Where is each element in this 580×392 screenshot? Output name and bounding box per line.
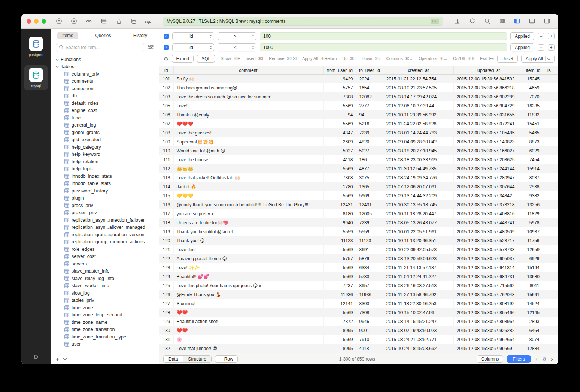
table-item-gtid_executed[interactable]: gtid_executed <box>56 136 159 144</box>
cell-from_user_id[interactable]: 5569 <box>323 245 356 254</box>
cell-created_at[interactable]: 2015-11-13 22:30:16.253 <box>383 299 453 308</box>
cell-created_at[interactable]: 2015-09-13 14:44:32.209 <box>383 191 453 200</box>
column-header-created_at[interactable]: created_at <box>383 66 453 75</box>
cell-from_user_id[interactable]: 9940 <box>323 218 356 227</box>
cell-created_at[interactable]: 2015-07-12 06:20:07.091 <box>383 182 453 191</box>
sidebar-left-icon[interactable] <box>511 16 523 26</box>
cell-to_user_id[interactable]: 11936 <box>356 290 383 299</box>
cell-from_user_id[interactable]: 12431 <box>323 200 356 209</box>
chart-icon[interactable] <box>451 16 463 26</box>
cell-to_user_id[interactable]: 12431 <box>356 200 383 209</box>
cell-created_at[interactable]: 2015-10-30 13:55:18.745 <box>383 200 453 209</box>
cell-created_at[interactable]: 2015-08-18 20:27:10.945 <box>383 146 453 155</box>
cell-to_user_id[interactable]: 5216 <box>356 119 383 128</box>
table-item-slow_log[interactable]: slow_log <box>56 289 159 297</box>
cell-item_id[interactable]: 6464 <box>524 326 543 335</box>
table-item-plugin[interactable]: plugin <box>56 195 159 202</box>
cell-created_at[interactable]: 2015-08-14 17:09:42.024 <box>383 92 453 101</box>
cell-comment[interactable]: Thank you beautiful @laurel <box>173 227 323 236</box>
cell-updated_at[interactable]: 2015-12-08 15:30:57.307644 <box>453 182 524 191</box>
cell-to_user_id[interactable]: 7239 <box>356 218 383 227</box>
table-item-innodb_index_stats[interactable]: innodb_index_stats <box>56 173 159 180</box>
filter-column-select[interactable]: id <box>172 43 214 51</box>
cell-comment[interactable]: Jacket 🔥 <box>173 182 323 191</box>
cell-item_id[interactable]: 6929 <box>524 254 543 263</box>
table-item-innodb_table_stats[interactable]: innodb_table_stats <box>56 180 159 188</box>
sql-icon[interactable]: SQL <box>143 16 155 26</box>
table-item-replication_group_member_actions[interactable]: replication_group_member_actions <box>56 238 159 246</box>
cell-is_[interactable] <box>543 335 558 344</box>
column-header-to_user_id[interactable]: to_user_id <box>356 66 383 75</box>
cell-is_[interactable] <box>543 101 558 110</box>
table-item-help_relation[interactable]: help_relation <box>56 158 159 165</box>
cell-created_at[interactable]: 2015-08-10 21:23:57.505 <box>383 83 453 92</box>
cell-is_[interactable] <box>543 263 558 272</box>
cell-comment[interactable]: Love that jacket! Outfit is fab 🙌🏻 <box>173 173 323 182</box>
cell-created_at[interactable]: 2015-08-24 21:08:52.771 <box>383 335 453 344</box>
cell-id[interactable]: 119 <box>159 227 173 236</box>
cell-id[interactable]: 102 <box>159 83 173 92</box>
cell-created_at[interactable]: 2015-10-22 09:42:05.573 <box>383 245 453 254</box>
cell-updated_at[interactable]: 2015-12-08 15:30:57.203625 <box>453 155 524 164</box>
cell-to_user_id[interactable]: 7239 <box>356 128 383 137</box>
cell-is_[interactable] <box>543 326 558 335</box>
cell-item_id[interactable]: 8037 <box>524 173 543 182</box>
cell-to_user_id[interactable]: 4118 <box>356 344 383 353</box>
cell-comment[interactable]: ❤️❤️❤️ <box>173 119 323 128</box>
cell-is_[interactable] <box>543 164 558 173</box>
cell-from_user_id[interactable]: 5569 <box>323 164 356 173</box>
cell-from_user_id[interactable]: 7308 <box>323 173 356 182</box>
cell-updated_at[interactable]: 2015-12-08 15:30:57.684731 <box>453 272 524 281</box>
table-item-time_zone[interactable]: time_zone <box>56 304 159 312</box>
cell-comment[interactable]: Love this photo! Your hair is gorgeous 😛… <box>173 281 323 290</box>
cell-to_user_id[interactable]: 5559 <box>356 227 383 236</box>
cell-id[interactable]: 131 <box>159 335 173 344</box>
cell-item_id[interactable]: 7070 <box>524 92 543 101</box>
cell-is_[interactable] <box>543 191 558 200</box>
filter-operator-select[interactable]: > <box>218 32 256 40</box>
table-item-help_category[interactable]: help_category <box>56 143 159 151</box>
cell-comment[interactable]: Thank u @emily <box>173 110 323 119</box>
cell-item_id[interactable]: 12884 <box>524 344 543 353</box>
add-filter-button[interactable]: + <box>548 33 555 39</box>
cell-comment[interactable]: Love! <box>173 101 323 110</box>
filter-applied-button[interactable]: Applied <box>510 32 534 40</box>
disconnect-icon[interactable] <box>68 16 80 26</box>
cell-to_user_id[interactable]: 186 <box>356 155 383 164</box>
cell-item_id[interactable]: 2893 <box>524 317 543 326</box>
cell-to_user_id[interactable]: 94 <box>356 110 383 119</box>
filter-value-input[interactable] <box>260 32 507 40</box>
cell-created_at[interactable]: 2015-09-04 09:28:30.842 <box>383 137 453 146</box>
cell-updated_at[interactable]: 2015-12-08 15:30:57.280947 <box>453 173 524 182</box>
cell-item_id[interactable]: 12659 <box>524 245 543 254</box>
table-item-columns_priv[interactable]: columns_priv <box>56 70 159 78</box>
table-item-time_zone_transition[interactable]: time_zone_transition <box>56 326 159 334</box>
cell-to_user_id[interactable]: 5969 <box>356 191 383 200</box>
cell-item_id[interactable]: 16285 <box>524 101 543 110</box>
cell-item_id[interactable]: 15451 <box>524 119 543 128</box>
cell-comment[interactable]: @Emily Thank you 💃 <box>173 290 323 299</box>
cell-from_user_id[interactable]: 4347 <box>323 128 356 137</box>
cell-comment[interactable]: Love the blouse! <box>173 155 323 164</box>
item-search-box[interactable] <box>56 43 144 52</box>
cell-id[interactable]: 130 <box>159 326 173 335</box>
unset-button[interactable]: Unset <box>497 55 518 63</box>
table-item-password_history[interactable]: password_history <box>56 187 159 195</box>
cell-to_user_id[interactable]: 5879 <box>356 254 383 263</box>
cell-item_id[interactable]: 11829 <box>524 209 543 218</box>
cell-comment[interactable]: 💛💛💛 <box>173 191 323 200</box>
cell-updated_at[interactable]: 2015-12-08 15:30:56.841592 <box>453 75 524 83</box>
table-item-component[interactable]: component <box>56 85 159 92</box>
cell-from_user_id[interactable]: 7372 <box>323 317 356 326</box>
cell-to_user_id[interactable]: 1654 <box>356 83 383 92</box>
cell-comment[interactable]: Love the glasses! <box>173 128 323 137</box>
cell-created_at[interactable]: 2015-11-30 12:54:49.735 <box>383 164 453 173</box>
column-header-is_[interactable]: is_ <box>543 66 558 75</box>
cell-id[interactable]: 128 <box>159 308 173 317</box>
search-input[interactable] <box>66 45 141 50</box>
cell-is_[interactable] <box>543 119 558 128</box>
cell-comment[interactable]: 👑👑👑 <box>173 164 323 173</box>
cell-updated_at[interactable]: 2015-12-08 15:30:57.166027 <box>453 146 524 155</box>
cell-is_[interactable] <box>543 281 558 290</box>
prev-page-button[interactable]: ‹ <box>534 356 539 362</box>
